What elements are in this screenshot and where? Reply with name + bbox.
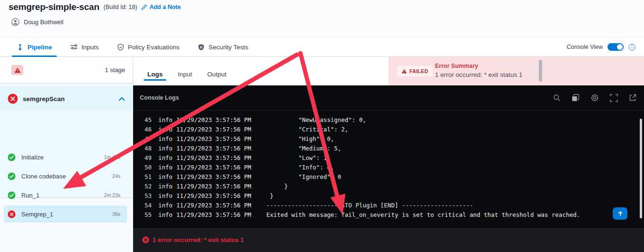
build-id: (Build Id: 18) — [104, 4, 137, 10]
log-line-49: 49info11/29/2023 3:57:56 PM "Low": 1, — [133, 153, 644, 163]
log-line-54: 54info11/29/2023 3:57:56 PM-------------… — [133, 201, 644, 210]
shield-icon — [198, 44, 205, 51]
stage-name: semgrepScan — [23, 95, 65, 103]
console-view-toggle[interactable] — [608, 43, 624, 51]
add-note-label: Add a Note — [149, 4, 181, 10]
user-name: Doug Bothwell — [24, 19, 63, 26]
log-line-55: 55info11/29/2023 3:57:56 PMExited with m… — [133, 210, 644, 220]
gear-icon[interactable] — [590, 93, 599, 102]
log-line-47: 47info11/29/2023 3:57:56 PM "High": 0, — [133, 134, 644, 144]
step-row-initialize[interactable]: Initialize1m 42s — [0, 148, 133, 167]
tab-policy-evaluations[interactable]: Policy Evaluations — [112, 37, 185, 56]
scroll-to-top-button[interactable] — [613, 207, 627, 220]
chevron-up-icon[interactable] — [118, 97, 125, 101]
stage-count-row: 1 stage — [0, 57, 133, 84]
tab-pipeline[interactable]: Pipeline — [12, 37, 57, 56]
tab-input[interactable]: Input — [173, 71, 197, 85]
failed-badge: FAILED — [397, 66, 433, 76]
error-summary-title: Error Summary — [435, 63, 478, 69]
stage-section: semgrepScan Initialize1m 42sClone codeba… — [0, 84, 133, 198]
page-header: semgrep-simple-scan (Build Id: 18) Add a… — [0, 0, 644, 37]
console-log-lines: 45info11/29/2023 3:57:56 PM "NewUnassign… — [133, 115, 644, 220]
step-label: Run_1 — [21, 192, 39, 199]
log-line-50: 50info11/29/2023 3:57:56 PM "Info": 0, — [133, 163, 644, 172]
info-icon[interactable] — [628, 44, 635, 51]
avatar-icon — [11, 18, 19, 26]
step-duration: 2m 23s — [104, 192, 125, 198]
tab-inputs[interactable]: Inputs — [65, 37, 104, 56]
error-circle-icon — [8, 210, 16, 218]
main-tabbar: Pipeline Inputs Policy Evaluations Secur… — [0, 37, 644, 57]
add-note-button[interactable]: Add a Note — [141, 4, 181, 10]
page-title: semgrep-simple-scan — [9, 2, 100, 12]
sliders-icon — [70, 44, 78, 50]
console-footer: 1 error occurred: * exit status 1 — [133, 228, 644, 252]
console-scrollbar[interactable] — [640, 119, 642, 218]
fullscreen-icon[interactable] — [610, 94, 618, 102]
step-duration: 24s — [112, 173, 125, 179]
log-line-48: 48info11/29/2023 3:57:56 PM "Medium": 5, — [133, 144, 644, 153]
log-line-53: 53info11/29/2023 3:57:56 PM } — [133, 191, 644, 201]
open-in-new-icon[interactable] — [629, 94, 636, 102]
copy-icon[interactable] — [571, 94, 580, 102]
user-row: Doug Bothwell — [11, 18, 63, 26]
warning-triangle-icon — [14, 67, 21, 73]
error-circle-icon — [8, 93, 18, 104]
error-circle-icon — [142, 236, 149, 243]
shield-check-icon — [117, 44, 124, 51]
success-check-icon — [8, 172, 16, 180]
error-summary-message: 1 error occurred: * exit status 1 — [435, 71, 523, 78]
success-check-icon — [8, 153, 16, 161]
error-summary-panel: FAILED Error Summary 1 error occurred: *… — [389, 57, 644, 85]
error-summary-scrollbar[interactable] — [539, 60, 542, 82]
step-label: Initialize — [21, 154, 44, 161]
log-tabbar: Logs Input Output — [133, 57, 389, 85]
stage-row-semgrepscan[interactable]: semgrepScan — [0, 86, 133, 111]
tab-security-tests-label: Security Tests — [209, 44, 248, 51]
failed-badge-label: FAILED — [409, 68, 428, 74]
step-label: Clone codebase — [21, 173, 66, 180]
console-footer-error: 1 error occurred: * exit status 1 — [153, 236, 244, 243]
step-row-clone-codebase[interactable]: Clone codebase24s — [0, 167, 133, 186]
step-row-run-1[interactable]: Run_12m 23s — [0, 186, 133, 205]
arrow-up-icon — [617, 211, 623, 216]
log-line-52: 52info11/29/2023 3:57:56 PM } — [133, 182, 644, 191]
warning-triangle-icon — [401, 69, 407, 74]
step-duration: 36s — [112, 211, 125, 217]
log-line-46: 46info11/29/2023 3:57:56 PM "Critical": … — [133, 125, 644, 134]
tab-pipeline-label: Pipeline — [27, 44, 52, 51]
step-label: Semgrep_1 — [21, 211, 53, 218]
console-header: Console Logs — [133, 85, 644, 111]
step-duration: 1m 42s — [104, 154, 125, 160]
warning-badge — [11, 65, 23, 75]
pipeline-execution-page: semgrep-simple-scan (Build Id: 18) Add a… — [0, 0, 644, 252]
tab-logs[interactable]: Logs — [143, 71, 167, 85]
search-icon[interactable] — [553, 94, 561, 102]
log-line-51: 51info11/29/2023 3:57:56 PM "Ignored": 0 — [133, 172, 644, 182]
tab-security-tests[interactable]: Security Tests — [193, 37, 253, 56]
steps-list: Initialize1m 42sClone codebase24sRun_12m… — [0, 148, 133, 224]
console-view-label: Console View — [567, 44, 603, 50]
pipeline-icon — [17, 44, 24, 51]
execution-sidebar: 1 stage semgrepScan Initialize1m 42sClon… — [0, 57, 133, 252]
pencil-icon — [141, 4, 147, 10]
stage-count: 1 stage — [105, 66, 125, 74]
log-line-45: 45info11/29/2023 3:57:56 PM "NewUnassign… — [133, 115, 644, 125]
tab-inputs-label: Inputs — [82, 44, 99, 51]
success-check-icon — [8, 191, 16, 199]
tab-policy-evaluations-label: Policy Evaluations — [128, 44, 180, 51]
step-row-semgrep-1[interactable]: Semgrep_136s — [0, 205, 133, 224]
tab-output[interactable]: Output — [202, 71, 231, 85]
console-title: Console Logs — [140, 94, 179, 101]
console-panel: Console Logs 45info11/29/2023 3: — [133, 85, 644, 252]
